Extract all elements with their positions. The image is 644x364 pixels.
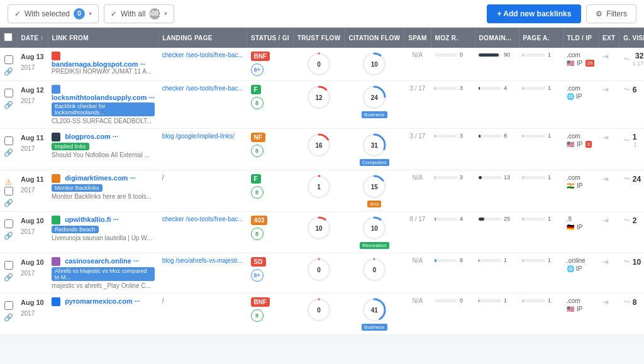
favicon: [52, 174, 60, 183]
domain-name[interactable]: digimarktimes.com ···: [65, 174, 135, 182]
landing-path[interactable]: checker /seo-tools/free-bac...: [162, 216, 243, 223]
row-checkbox-cell[interactable]: 🔗: [0, 294, 17, 335]
citation-circle: 41: [362, 297, 387, 323]
landing-path[interactable]: /: [162, 297, 164, 304]
page-bar-value: 1: [548, 52, 559, 58]
col-moz-r[interactable]: MOZ R.: [431, 28, 475, 48]
domain-name[interactable]: upwithkallio.fi ···: [65, 216, 119, 223]
domain-name[interactable]: locksmithtoolandsupply.com ···: [52, 94, 155, 101]
col-trust-flow[interactable]: TRUST FLOW: [293, 28, 345, 48]
row-checkbox-cell[interactable]: 🔗: [0, 212, 17, 253]
row-checkbox[interactable]: [4, 301, 13, 310]
landing-path[interactable]: blog /seo/ahrefs-vs-majesti...: [162, 257, 243, 264]
trust-circle: 12: [306, 85, 331, 110]
landing-path[interactable]: blog /google/implied-links/: [162, 133, 235, 140]
visits-cell: 〜 32 1 17: [619, 48, 644, 81]
col-spam[interactable]: SPAM: [404, 28, 431, 48]
moz-bar-value: 3: [460, 174, 471, 180]
row-checkbox[interactable]: [4, 136, 13, 145]
col-checkbox[interactable]: [0, 28, 17, 48]
spam-value: N/A: [408, 297, 427, 304]
ip-label: 🌐 IP: [567, 265, 582, 272]
moz-bar-row: 0: [435, 297, 471, 304]
tld-ip-row: 🇺🇸IP3: [567, 141, 594, 148]
trust-value: 0: [317, 61, 321, 68]
col-domain[interactable]: DOMAIN...: [475, 28, 519, 48]
row-checkbox[interactable]: [4, 219, 13, 228]
domain-name[interactable]: casinosearch.online ···: [65, 257, 139, 265]
col-tld-ip[interactable]: TLD / IP: [563, 28, 598, 48]
moz-bar-bg: [435, 218, 457, 221]
domain-bar-fill: [479, 176, 482, 179]
domain-bar-value: 8: [504, 133, 515, 139]
status-badge: BNF: [251, 52, 270, 61]
spam-cell: 8 / 17: [404, 212, 431, 253]
domain-name[interactable]: pyromarmexico.com ···: [65, 297, 140, 305]
tld-value: .com: [567, 133, 580, 140]
tld-ip-cell: .com 🇺🇸IP3: [563, 129, 598, 170]
page-bar-row: 1: [523, 174, 559, 180]
row-checkbox[interactable]: [4, 55, 13, 64]
select-all-checkbox[interactable]: [4, 33, 13, 41]
add-backlinks-button[interactable]: + Add new backlinks: [487, 4, 581, 23]
moz-bar-row: 3: [435, 85, 471, 91]
page-bar-row: 1: [523, 216, 559, 222]
with-selected-label: With selected: [25, 9, 70, 18]
row-checkbox[interactable]: [4, 187, 13, 196]
domain-bar-bg: [479, 299, 501, 302]
col-landing-page[interactable]: LANDING PAGE: [158, 28, 247, 48]
ip-label: 🌐 IP: [567, 93, 582, 100]
row-checkbox-cell[interactable]: 🔗: [0, 48, 17, 81]
row-checkbox[interactable]: [4, 261, 13, 270]
ext-icon: ⇥: [602, 133, 609, 142]
col-date[interactable]: DATE ↑: [17, 28, 48, 48]
link-icon[interactable]: 🔗: [4, 199, 13, 207]
domain-name[interactable]: bandarnaga.blogspot.com ···: [52, 60, 146, 68]
status-cell: BNF 8+: [247, 48, 294, 81]
col-link-from[interactable]: LINK FROM: [48, 28, 158, 48]
page-bar-bg: [523, 299, 545, 302]
landing-page-cell: checker /seo-tools/free-bac...: [158, 48, 247, 81]
google-index-badge: 8: [251, 309, 264, 322]
flag-icon: 🇺🇸: [567, 60, 574, 67]
table-row: 🔗 Aug 13 2017 bandarnaga.blogspot.com ··…: [0, 48, 644, 81]
row-checkbox-cell[interactable]: 🔗: [0, 129, 17, 170]
landing-path[interactable]: checker /seo-tools/free-bac...: [162, 52, 243, 58]
link-icon[interactable]: 🔗: [4, 67, 13, 76]
link-icon[interactable]: 🔗: [4, 101, 13, 109]
google-index-badge: 8: [251, 97, 264, 109]
filters-button[interactable]: ⚙ Filters: [586, 4, 636, 23]
landing-path[interactable]: /: [162, 174, 164, 181]
col-page-a[interactable]: PAGE A.: [519, 28, 563, 48]
row-checkbox-cell[interactable]: 🔗: [0, 253, 17, 294]
visits-cell: 〜 24: [619, 170, 644, 212]
page-bar-bg: [523, 259, 545, 262]
link-icon[interactable]: 🔗: [4, 148, 13, 157]
date-cell: Aug 11 2017: [17, 129, 48, 170]
link-icon[interactable]: 🔗: [4, 273, 13, 282]
visits-sub: 1: [633, 141, 637, 148]
domain-bar-value: 25: [504, 216, 515, 222]
page-authority-cell: 1: [519, 294, 563, 335]
col-citation-flow[interactable]: CITATION FLOW: [345, 28, 404, 48]
moz-bar-fill: [435, 218, 435, 221]
spam-value: 3 / 17: [408, 133, 427, 140]
landing-path[interactable]: checker /seo-tools/free-bac...: [162, 85, 243, 92]
page-bar-row: 1: [523, 133, 559, 139]
row-checkbox-cell[interactable]: 🔗: [0, 81, 17, 129]
sliders-icon: ⚙: [596, 9, 602, 18]
chevron-down-icon: ▾: [89, 10, 92, 17]
col-ext[interactable]: EXT: [598, 28, 619, 48]
link-icon[interactable]: 🔗: [4, 313, 13, 322]
trust-flow-chart: 12: [297, 85, 341, 110]
row-checkbox-cell[interactable]: ⚠ 🔗: [0, 170, 17, 212]
link-icon[interactable]: 🔗: [4, 231, 13, 240]
domain-name[interactable]: blogpros.com ···: [65, 133, 118, 140]
row-checkbox[interactable]: [4, 89, 13, 97]
col-status[interactable]: STATUS / GI: [247, 28, 294, 48]
ext-cell: ⇥: [598, 212, 619, 253]
with-all-pill[interactable]: ✓ With all 5081 ▾: [104, 4, 174, 23]
sparkline-icon: 〜: [623, 85, 630, 94]
with-selected-pill[interactable]: ✓ With selected 0 ▾: [8, 4, 99, 23]
col-g-visits[interactable]: G. VISITS: [619, 28, 644, 48]
